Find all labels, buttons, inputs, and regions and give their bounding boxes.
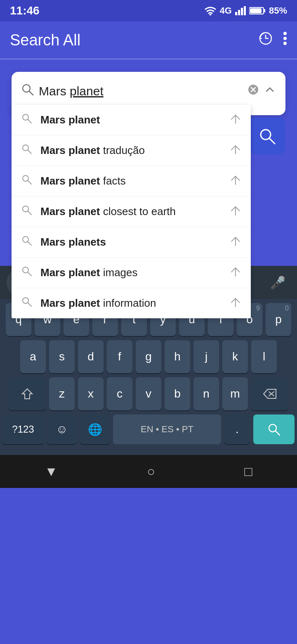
battery-percent: 85% <box>269 5 287 16</box>
suggestion-text: Mars planet tradução <box>40 144 232 157</box>
svg-line-36 <box>276 431 280 435</box>
key-d[interactable]: d <box>78 340 104 373</box>
key-k[interactable]: k <box>222 340 248 373</box>
app-bar-title: Search All <box>10 31 80 49</box>
shift-key[interactable] <box>9 377 46 410</box>
microphone-icon[interactable]: 🎤 <box>265 275 290 290</box>
key-v[interactable]: v <box>136 377 161 410</box>
key-j[interactable]: j <box>193 340 219 373</box>
globe-key[interactable]: 🌐 <box>80 414 110 444</box>
key-n[interactable]: n <box>193 377 219 410</box>
key-h[interactable]: h <box>165 340 190 373</box>
suggestion-text: Mars planet information <box>40 297 232 310</box>
suggestion-item[interactable]: Mars planet facts <box>12 166 251 197</box>
svg-point-9 <box>283 32 287 35</box>
svg-rect-7 <box>250 8 262 13</box>
key-a[interactable]: a <box>20 340 46 373</box>
suggestion-item[interactable]: Mars planet <box>12 105 251 135</box>
key-x[interactable]: x <box>78 377 104 410</box>
key-z[interactable]: z <box>49 377 75 410</box>
keyboard-row-4: ?123 ☺ 🌐 EN • ES • PT . <box>2 414 295 444</box>
main-content: Mars planet <box>0 59 297 266</box>
space-key[interactable]: EN • ES • PT <box>113 414 221 444</box>
suggestion-search-icon <box>21 235 32 249</box>
suggestion-search-icon <box>21 144 32 157</box>
key-g[interactable]: g <box>136 340 161 373</box>
search-input-text[interactable]: Mars planet <box>39 84 243 98</box>
status-bar: 11:46 4G 85% <box>0 0 297 21</box>
home-nav-icon[interactable]: ○ <box>147 464 155 479</box>
back-nav-icon[interactable]: ▼ <box>45 464 58 479</box>
svg-point-11 <box>283 42 287 45</box>
suggestion-dropdown: Mars planet Mars planet tradução <box>12 105 251 318</box>
svg-line-22 <box>28 180 31 184</box>
app-bar-actions <box>258 31 287 49</box>
key-m[interactable]: m <box>222 377 248 410</box>
suggestion-text: Mars planet <box>40 114 232 126</box>
suggestion-search-icon <box>21 113 32 127</box>
suggestion-item[interactable]: Mars planet tradução <box>12 135 251 166</box>
svg-rect-1 <box>235 12 237 15</box>
key-s[interactable]: s <box>49 340 75 373</box>
svg-line-26 <box>28 242 31 245</box>
space-label: EN • ES • PT <box>141 424 193 435</box>
suggestion-item[interactable]: Mars planets <box>12 227 251 258</box>
svg-line-28 <box>28 272 31 276</box>
svg-line-30 <box>28 303 31 306</box>
svg-line-13 <box>29 91 33 95</box>
status-icons: 4G 85% <box>204 5 287 16</box>
search-input-magnifier-icon <box>21 83 34 99</box>
svg-point-10 <box>283 37 287 40</box>
app-bar: Search All <box>0 21 297 59</box>
key-p[interactable]: 0p <box>266 303 291 336</box>
nav-bar: ▼ ○ □ <box>0 455 297 488</box>
delete-key[interactable] <box>251 377 288 410</box>
period-key[interactable]: . <box>224 414 250 444</box>
keyboard-row-3: zxcvbnm <box>2 377 295 410</box>
suggestion-search-icon <box>21 205 32 218</box>
suggestion-item[interactable]: Mars planet information <box>12 288 251 318</box>
battery-icon <box>249 7 266 15</box>
numbers-key[interactable]: ?123 <box>2 414 44 444</box>
suggestion-search-icon <box>21 296 32 310</box>
svg-line-32 <box>269 138 275 144</box>
svg-point-0 <box>209 14 211 16</box>
suggestion-text: Mars planet closest to earth <box>40 205 232 218</box>
suggestion-search-icon <box>21 266 32 279</box>
keyboard: 1q2w3e4r5t6y7u8i9o0p asdfghjkl zxcvbnm ?… <box>0 299 297 455</box>
search-execute-button[interactable] <box>248 117 285 154</box>
signal-4g: 4G <box>220 5 232 16</box>
wifi-icon <box>204 6 217 15</box>
svg-line-20 <box>28 150 31 154</box>
svg-rect-3 <box>241 8 243 15</box>
suggestion-text: Mars planets <box>40 236 232 249</box>
recent-nav-icon[interactable]: □ <box>244 464 252 479</box>
key-l[interactable]: l <box>251 340 277 373</box>
suggestion-text: Mars planet images <box>40 266 232 279</box>
svg-line-24 <box>28 211 31 215</box>
svg-rect-4 <box>244 6 246 15</box>
search-clear-icon[interactable] <box>248 84 259 98</box>
search-input-row: Mars planet <box>21 80 276 105</box>
history-icon[interactable] <box>258 31 273 49</box>
key-c[interactable]: c <box>107 377 132 410</box>
suggestion-item[interactable]: Mars planet images <box>12 258 251 288</box>
emoji-key[interactable]: ☺ <box>47 414 77 444</box>
search-collapse-icon[interactable] <box>264 84 276 98</box>
signal-icon <box>235 6 246 15</box>
key-b[interactable]: b <box>165 377 190 410</box>
status-time: 11:46 <box>10 4 40 17</box>
svg-line-18 <box>28 119 31 123</box>
keyboard-search-key[interactable] <box>253 414 295 444</box>
svg-rect-2 <box>238 10 240 15</box>
more-options-icon[interactable] <box>283 31 287 49</box>
svg-rect-6 <box>264 9 265 12</box>
key-f[interactable]: f <box>107 340 132 373</box>
keyboard-row-2: asdfghjkl <box>2 340 295 373</box>
suggestion-search-icon <box>21 174 32 188</box>
suggestion-text: Mars planet facts <box>40 175 232 187</box>
suggestion-item[interactable]: Mars planet closest to earth <box>12 197 251 227</box>
